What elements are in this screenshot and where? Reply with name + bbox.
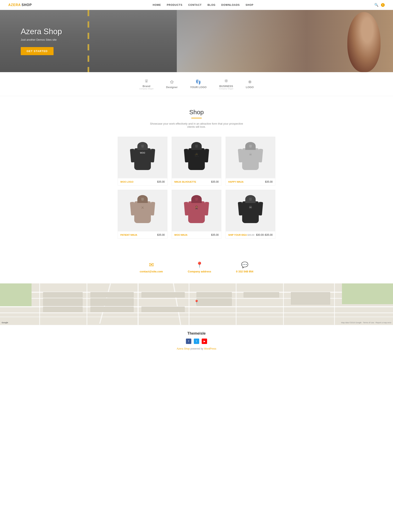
- contact-info-section: ✉ contact@site.com 📍 Company address 💬 0…: [0, 251, 393, 283]
- footer-copyright: Azera Shop powered by WordPress: [8, 347, 385, 350]
- product-woo-logo-price: $35.00: [157, 180, 165, 183]
- twitter-icon[interactable]: t: [194, 339, 199, 344]
- product-happy-ninja[interactable]: ☠ HAPPY NINJA $35.00: [226, 137, 275, 186]
- product-ship-your-idea-image: ☠: [226, 190, 275, 231]
- shop-title: Shop: [8, 109, 385, 116]
- map-pin: 📍: [194, 300, 199, 305]
- brand-3-name: YOUR LOGO: [190, 86, 206, 89]
- product-woo-ninja-name: WOO NINJA: [174, 234, 187, 236]
- product-woo-logo-info: WOO LOGO $35.00: [118, 178, 167, 185]
- footer-powered-by: powered by: [191, 347, 204, 350]
- product-ship-your-idea-name: SHIP YOUR IDEA: [228, 234, 247, 236]
- product-ship-your-idea-old-price: $35.00: [247, 234, 254, 236]
- brand-1: ♛ Brand Company Slogan: [139, 78, 153, 90]
- map-attribution: Map data ©2016 Google · Terms of Use · R…: [341, 322, 391, 324]
- map-section: 📍 Google Map data ©2016 Google · Terms o…: [0, 283, 393, 325]
- site-logo[interactable]: AZERA SHOP: [8, 3, 32, 7]
- product-woo-ninja-image: 🥷: [172, 190, 221, 231]
- product-ninja-silhouette-name: NINJA SILHOUETTE: [174, 181, 196, 183]
- brand-3: 👣 YOUR LOGO: [190, 79, 206, 89]
- brand-4-name: BUSINESS: [219, 85, 233, 88]
- hero-content: Azera Shop Just another Demos Sites site…: [0, 27, 83, 55]
- hero-person: [177, 10, 393, 72]
- nav-blog[interactable]: BLOG: [207, 4, 216, 6]
- brand-3-icon: 👣: [196, 79, 201, 85]
- product-woo-ninja[interactable]: 🥷 WOO NINJA $35.00: [172, 190, 221, 239]
- product-ship-your-idea-info: SHIP YOUR IDEA $35.00 $30.00–$35.00: [226, 231, 275, 238]
- brand-1-slogan: Company Slogan: [139, 88, 153, 90]
- brand-5: ✺ LOGO: [246, 79, 254, 89]
- hero-subtitle: Just another Demos Sites site: [21, 38, 62, 41]
- product-patient-ninja-image: ⚔: [118, 190, 167, 231]
- search-icon[interactable]: 🔍: [374, 3, 378, 7]
- contact-phone-item: 💬 0 332 548 954: [236, 261, 253, 273]
- product-happy-ninja-image: ☠: [226, 137, 275, 178]
- product-patient-ninja[interactable]: ⚔ PATIENT NINJA $35.00: [118, 190, 167, 239]
- product-woo-logo-name: WOO LOGO: [120, 181, 133, 183]
- youtube-icon[interactable]: ▶: [202, 339, 207, 344]
- hero-cta-button[interactable]: GET STARTED: [21, 47, 54, 55]
- product-patient-ninja-price: $35.00: [157, 233, 165, 236]
- nav-products[interactable]: PRODUCTS: [167, 4, 182, 6]
- footer-brand: Themeisle: [8, 331, 385, 336]
- footer-azera-link[interactable]: Azera Shop: [177, 347, 190, 350]
- contact-address-label: Company address: [188, 270, 211, 273]
- nav-icons: 🔍 1: [374, 3, 385, 7]
- product-woo-ninja-info: WOO NINJA $35.00: [172, 231, 221, 238]
- map-background: 📍 Google Map data ©2016 Google · Terms o…: [0, 283, 393, 325]
- logo-azera: AZERA: [8, 3, 21, 7]
- nav-downloads[interactable]: DOWNLOADS: [221, 4, 240, 6]
- nav-home[interactable]: HOME: [153, 4, 161, 6]
- brand-4-slogan: Company Slogan: [219, 88, 233, 90]
- footer-wordpress-link[interactable]: WordPress: [204, 347, 216, 350]
- contact-email-label: contact@site.com: [140, 270, 163, 273]
- product-ninja-silhouette-info: NINJA SILHOUETTE $35.00: [172, 178, 221, 185]
- brand-4: ❋ BUSINESS Company Slogan: [219, 78, 233, 90]
- logo-shop: SHOP: [22, 3, 32, 7]
- navbar: AZERA SHOP HOME PRODUCTS CONTACT BLOG DO…: [0, 0, 393, 10]
- brand-4-icon: ❋: [224, 78, 228, 84]
- contact-phone-label: 0 332 548 954: [236, 270, 253, 273]
- product-ship-your-idea-price: $30.00–$35.00: [256, 233, 273, 236]
- product-patient-ninja-name: PATIENT NINJA: [120, 234, 137, 236]
- facebook-icon[interactable]: f: [186, 339, 191, 344]
- brand-5-icon: ✺: [248, 79, 252, 85]
- brand-5-name: LOGO: [246, 86, 254, 89]
- shop-underline: [191, 118, 202, 118]
- hero-title: Azera Shop: [21, 27, 62, 36]
- phone-icon: 💬: [241, 261, 248, 268]
- contact-address-item: 📍 Company address: [188, 261, 211, 273]
- products-grid: WOO WOO LOGO $35.00 🥷: [118, 137, 275, 239]
- product-ninja-silhouette[interactable]: 🥷 NINJA SILHOUETTE $35.00: [172, 137, 221, 186]
- product-woo-ninja-price: $35.00: [211, 233, 219, 236]
- product-happy-ninja-price: $35.00: [265, 180, 273, 183]
- brand-2-name: Designer: [166, 86, 178, 89]
- product-ship-your-idea[interactable]: ☠ SHIP YOUR IDEA $35.00 $30.00–$35.00: [226, 190, 275, 239]
- contact-email-item: ✉ contact@site.com: [140, 261, 163, 273]
- nav-shop[interactable]: SHOP: [246, 4, 254, 6]
- product-happy-ninja-info: HAPPY NINJA $35.00: [226, 178, 275, 185]
- product-happy-ninja-name: HAPPY NINJA: [228, 181, 244, 183]
- brand-1-icon: ♛: [144, 78, 149, 84]
- email-icon: ✉: [149, 261, 154, 268]
- product-woo-logo-image: WOO: [118, 137, 167, 178]
- brand-2-icon: ✿: [170, 79, 174, 85]
- google-logo: Google: [2, 322, 8, 324]
- shop-description: Showcase your work effectively and in an…: [147, 122, 246, 128]
- brand-1-name: Brand: [142, 85, 150, 88]
- brands-bar: ♛ Brand Company Slogan ✿ Designer 👣 YOUR…: [0, 72, 393, 96]
- cart-badge[interactable]: 1: [381, 3, 385, 7]
- brand-2: ✿ Designer: [166, 79, 178, 89]
- product-woo-logo[interactable]: WOO WOO LOGO $35.00: [118, 137, 167, 186]
- location-icon: 📍: [196, 261, 203, 268]
- product-ninja-silhouette-price: $35.00: [211, 180, 219, 183]
- nav-contact[interactable]: CONTACT: [188, 4, 202, 6]
- footer: Themeisle f t ▶ Azera Shop powered by Wo…: [0, 325, 393, 354]
- footer-social: f t ▶: [8, 339, 385, 344]
- nav-links: HOME PRODUCTS CONTACT BLOG DOWNLOADS SHO…: [153, 4, 254, 6]
- product-ninja-silhouette-image: 🥷: [172, 137, 221, 178]
- hero-section: Azera Shop Just another Demos Sites site…: [0, 10, 393, 72]
- product-patient-ninja-info: PATIENT NINJA $35.00: [118, 231, 167, 238]
- shop-section: Shop Showcase your work effectively and …: [0, 96, 393, 251]
